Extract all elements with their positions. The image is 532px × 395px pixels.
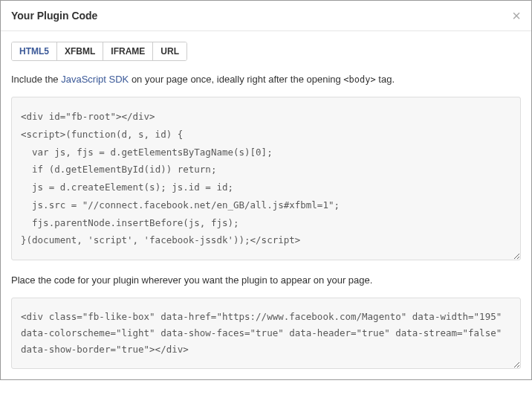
modal-body: HTML5 XFBML IFRAME URL Include the JavaS…: [1, 31, 531, 379]
body-tag-code: <body>: [343, 74, 375, 85]
instruction-text: on your page once, ideally right after t…: [129, 74, 343, 85]
tab-url[interactable]: URL: [153, 42, 186, 60]
instruction-placement: Place the code for your plugin wherever …: [11, 274, 521, 287]
javascript-sdk-link[interactable]: JavaScript SDK: [61, 74, 129, 85]
plugin-code-modal: Your Plugin Code × HTML5 XFBML IFRAME UR…: [0, 0, 532, 380]
instruction-text: Include the: [11, 74, 61, 85]
instruction-text: tag.: [376, 74, 395, 85]
modal-title: Your Plugin Code: [11, 10, 97, 22]
tab-xfbml[interactable]: XFBML: [57, 42, 103, 60]
modal-header: Your Plugin Code ×: [1, 1, 531, 31]
tab-iframe[interactable]: IFRAME: [103, 42, 153, 60]
instruction-sdk: Include the JavaScript SDK on your page …: [11, 73, 521, 86]
close-icon[interactable]: ×: [512, 8, 521, 23]
plugin-code-block[interactable]: <div class="fb-like-box" data-href="http…: [11, 298, 521, 369]
sdk-code-block[interactable]: <div id="fb-root"></div> <script>(functi…: [11, 97, 521, 260]
tab-html5[interactable]: HTML5: [12, 42, 57, 60]
tab-bar: HTML5 XFBML IFRAME URL: [11, 42, 187, 61]
